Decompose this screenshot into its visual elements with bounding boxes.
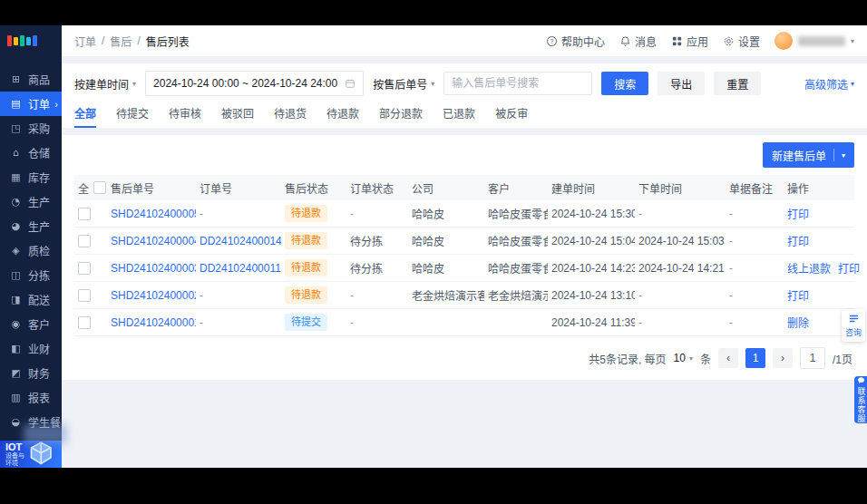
breadcrumb-orders[interactable]: 订单 xyxy=(74,34,96,49)
consult-widget-label: 咨询 xyxy=(845,326,862,338)
ordered-at-cell: - xyxy=(635,289,726,302)
reset-button[interactable]: 重置 xyxy=(714,72,761,95)
breadcrumb-after-sale[interactable]: 售后 xyxy=(110,34,132,49)
sidebar-item-production[interactable]: ◔生产 xyxy=(0,189,62,214)
next-page-button[interactable]: › xyxy=(773,348,793,368)
column-header-4: 公司 xyxy=(408,180,484,196)
sidebar-item-inventory[interactable]: ▦库存 xyxy=(0,165,62,189)
contact-support-tab[interactable]: 联系客服 xyxy=(854,376,867,423)
breadcrumb-separator: / xyxy=(137,34,140,47)
tab-pending-refund[interactable]: 待退款 xyxy=(326,105,359,128)
print-action[interactable]: 打印 xyxy=(838,260,860,276)
tab-pending-return[interactable]: 待退货 xyxy=(274,105,307,128)
page-size-select[interactable]: 10 ▾ xyxy=(674,352,693,364)
remark-cell: - xyxy=(726,262,784,275)
after-sale-no-link[interactable]: SHD24102400001 xyxy=(111,316,196,329)
tab-pending-submit[interactable]: 待提交 xyxy=(116,105,149,128)
sidebar-item-label: 配送 xyxy=(28,292,50,307)
page-size-value: 10 xyxy=(674,352,686,364)
tab-all[interactable]: 全部 xyxy=(74,105,96,128)
customers-icon: ◉ xyxy=(10,319,22,329)
sidebar-item-goods[interactable]: ⊞商品 xyxy=(0,67,62,92)
after-sale-no-cell: SHD24102400004 xyxy=(107,235,196,247)
order-no-cell: DD24102400011 xyxy=(196,262,281,275)
row-checkbox[interactable] xyxy=(78,262,91,275)
number-field-select[interactable]: 按售后单号 ▾ xyxy=(373,76,434,92)
apps-button[interactable]: 应用 xyxy=(671,34,708,49)
sidebar-item-purchase[interactable]: ◳采购 xyxy=(0,116,62,141)
row-checkbox-cell xyxy=(74,315,107,329)
order-no-cell: - xyxy=(196,208,281,220)
order-no-link[interactable]: DD24102400014 xyxy=(200,235,281,247)
settings-button[interactable]: 设置 xyxy=(723,34,760,49)
sidebar-item-reports[interactable]: ▥报表 xyxy=(0,385,62,410)
row-checkbox[interactable] xyxy=(78,235,91,247)
order-no-cell: - xyxy=(196,316,281,329)
row-checkbox[interactable] xyxy=(78,289,91,302)
delivery-icon: ◨ xyxy=(10,295,22,305)
sidebar-item-sorting[interactable]: ◫分拣 xyxy=(0,263,62,287)
advanced-filter-link[interactable]: 高级筛选 ▾ xyxy=(804,76,854,92)
print-action[interactable]: 打印 xyxy=(787,206,809,221)
consult-widget[interactable]: 咨询 xyxy=(842,309,865,342)
created-at-cell: 2024-10-24 15:30 xyxy=(548,208,635,220)
new-after-sale-button[interactable]: 新建售后单 ▾ xyxy=(763,142,854,168)
row-checkbox[interactable] xyxy=(78,208,91,220)
tab-rejected[interactable]: 被驳回 xyxy=(221,105,254,128)
search-button[interactable]: 搜索 xyxy=(601,72,648,95)
row-checkbox[interactable] xyxy=(78,316,91,329)
after-sale-no-link[interactable]: SHD24102400004 xyxy=(111,235,196,247)
order-status-cell: - xyxy=(346,316,408,329)
help-center-button[interactable]: ? 帮助中心 xyxy=(546,34,605,49)
export-button[interactable]: 导出 xyxy=(658,72,705,95)
tab-refunded[interactable]: 已退款 xyxy=(443,105,475,128)
sidebar-item-orders[interactable]: ▤订单› xyxy=(0,92,62,116)
current-page-button[interactable]: 1 xyxy=(745,348,765,368)
print-action[interactable]: 打印 xyxy=(787,287,809,303)
after-sale-no-link[interactable]: SHD24102400003 xyxy=(111,262,196,275)
row-checkbox-cell xyxy=(74,288,107,302)
created-at-cell: 2024-10-24 13:10 xyxy=(548,289,635,302)
sidebar-item-warehouse[interactable]: ⌂仓储 xyxy=(0,141,62,165)
sidebar-item-quality[interactable]: ◈质检 xyxy=(0,238,62,263)
order-no-link[interactable]: DD24102400011 xyxy=(200,262,281,275)
print-action[interactable]: 打印 xyxy=(787,233,809,248)
question-circle-icon: ? xyxy=(546,35,558,47)
table-card: 新建售后单 ▾ 全售后单号订单号售后状态订单状态公司客户建单时间下单时间单据备注… xyxy=(62,135,867,380)
sidebar-item-production-2[interactable]: ◕生产 xyxy=(0,214,62,238)
order-status-cell: 待分拣 xyxy=(346,260,408,276)
time-field-select[interactable]: 按建单时间 ▾ xyxy=(74,76,136,92)
messages-button[interactable]: 消息 xyxy=(619,34,657,49)
table-row: SHD24102400004DD24102400014待退款待分拣哈哈皮哈哈皮蛋… xyxy=(74,228,854,255)
after-sale-no-link[interactable]: SHD24102400005 xyxy=(111,208,196,220)
sidebar-item-finance[interactable]: ◩财务 xyxy=(0,361,62,385)
tab-partial-refund[interactable]: 部分退款 xyxy=(379,105,423,128)
select-all-checkbox[interactable] xyxy=(93,181,106,194)
sidebar-item-biz-finance[interactable]: ◧业财 xyxy=(0,336,62,361)
feed-icon xyxy=(848,313,860,325)
blurred-region xyxy=(24,424,67,444)
after-sale-no-link[interactable]: SHD24102400002 xyxy=(111,289,196,302)
iot-banner[interactable]: IOT 设备与环境 xyxy=(0,441,62,468)
sidebar-item-delivery[interactable]: ◨配送 xyxy=(0,287,62,312)
online-refund-action[interactable]: 线上退款 xyxy=(787,260,831,276)
sidebar-item-customers[interactable]: ◉客户 xyxy=(0,312,62,336)
delete-action[interactable]: 删除 xyxy=(787,315,809,330)
order-no-empty: - xyxy=(200,208,203,220)
tab-pending-review[interactable]: 待审核 xyxy=(169,105,201,128)
after-sale-status-cell: 待退款 xyxy=(281,205,346,221)
page-jump-input[interactable]: 1 xyxy=(800,347,825,369)
biz-finance-icon: ◧ xyxy=(10,344,22,354)
sidebar-item-label: 分拣 xyxy=(28,267,50,283)
screen: ⊞商品▤订单›◳采购⌂仓储▦库存◔生产◕生产◈质检◫分拣◨配送◉客户◧业财◩财务… xyxy=(0,0,867,504)
date-range-input[interactable]: 2024-10-24 00:00 ~ 2024-10-24 24:00 xyxy=(145,71,364,96)
search-input[interactable] xyxy=(443,72,592,95)
sidebar-item-label: 订单 xyxy=(28,96,50,111)
user-menu[interactable]: ▾ xyxy=(774,32,854,50)
table-row: SHD24102400003DD24102400011待退款待分拣哈哈皮哈哈皮蛋… xyxy=(74,255,854,282)
status-tabs: 全部待提交待审核被驳回待退货待退款部分退款已退款被反审 xyxy=(74,105,854,128)
prev-page-button[interactable]: ‹ xyxy=(718,348,738,368)
goods-icon: ⊞ xyxy=(10,74,22,84)
tab-review-reverted[interactable]: 被反审 xyxy=(495,105,528,128)
sidebar-item-label: 业财 xyxy=(28,341,50,356)
